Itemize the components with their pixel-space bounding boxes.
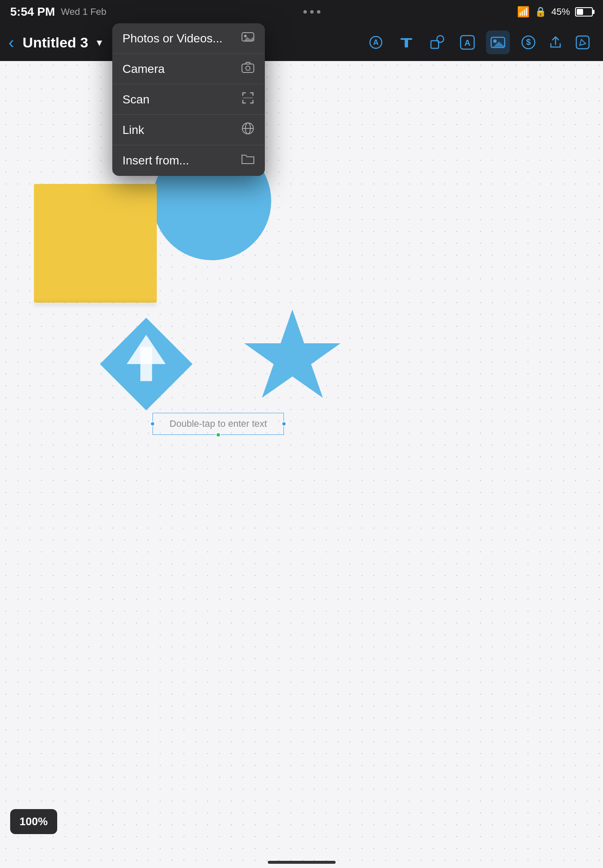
svg-marker-20 — [244, 37, 254, 41]
text-box-handle-left — [150, 421, 155, 426]
svg-text:A: A — [373, 38, 379, 47]
edit-icon — [575, 35, 590, 50]
scan-icon — [241, 91, 255, 108]
link-label: Link — [122, 123, 144, 137]
svg-point-19 — [244, 35, 247, 37]
toolbar-right-group: $ — [517, 31, 595, 54]
svg-rect-3 — [405, 39, 408, 47]
text-icon — [399, 35, 414, 50]
dot1 — [303, 10, 307, 14]
menu-item-photos[interactable]: Photos or Videos... — [112, 23, 265, 54]
text-box[interactable]: Double-tap to enter text — [153, 413, 284, 435]
battery-fill — [577, 9, 583, 15]
dollar-icon: $ — [521, 35, 536, 50]
status-date: Wed 1 Feb — [61, 6, 106, 17]
text-format-icon: A — [460, 35, 475, 50]
svg-text:A: A — [464, 38, 470, 47]
svg-marker-17 — [244, 309, 340, 398]
edit-button[interactable] — [571, 31, 595, 54]
photos-icon — [241, 30, 255, 47]
photos-label: Photos or Videos... — [122, 32, 222, 45]
scan-label: Scan — [122, 93, 150, 106]
svg-point-5 — [437, 36, 444, 42]
wifi-icon: 📶 — [517, 6, 530, 18]
battery-bar — [575, 7, 593, 17]
text-tool-button[interactable] — [395, 31, 418, 54]
zoom-badge[interactable]: 100% — [10, 809, 57, 834]
svg-rect-4 — [431, 41, 439, 48]
status-time: 5:54 PM — [10, 5, 55, 19]
insert-dropdown-menu: Photos or Videos... Camera Scan — [112, 23, 265, 176]
menu-item-camera[interactable]: Camera — [112, 54, 265, 84]
camera-icon — [241, 61, 255, 77]
dot2 — [310, 10, 314, 14]
insert-media-button[interactable] — [486, 31, 510, 54]
lock-icon: 🔒 — [535, 6, 546, 17]
svg-rect-21 — [242, 64, 254, 72]
text-format-button[interactable]: A — [456, 31, 479, 54]
square-shape[interactable] — [34, 184, 157, 303]
shapes-icon — [429, 35, 445, 50]
svg-rect-13 — [576, 36, 589, 49]
home-indicator — [268, 861, 336, 864]
svg-text:$: $ — [526, 37, 531, 47]
pen-icon: A — [368, 35, 383, 50]
folder-icon — [241, 153, 255, 169]
text-box-handle-right — [281, 421, 286, 426]
svg-point-22 — [246, 66, 250, 70]
status-dots — [303, 10, 320, 14]
status-right: 📶 🔒 45% — [517, 6, 593, 18]
status-bar: 5:54 PM Wed 1 Feb 📶 🔒 45% — [0, 0, 603, 24]
diamond-arrow-shape[interactable] — [97, 315, 195, 413]
toolbar: ‹ Untitled 3 ▾ A A — [0, 24, 603, 61]
menu-item-scan[interactable]: Scan — [112, 84, 265, 115]
title-chevron-icon[interactable]: ▾ — [97, 36, 102, 49]
text-box-handle-bottom — [216, 432, 221, 437]
menu-item-insert[interactable]: Insert from... — [112, 145, 265, 176]
menu-item-link[interactable]: Link — [112, 115, 265, 145]
back-button[interactable]: ‹ — [8, 33, 14, 52]
insert-label: Insert from... — [122, 154, 189, 167]
shapes-tool-button[interactable] — [425, 31, 449, 54]
dollar-button[interactable]: $ — [517, 31, 540, 54]
link-icon — [241, 122, 255, 138]
battery-percent: 45% — [551, 6, 570, 17]
document-title: Untitled 3 — [22, 34, 88, 51]
text-box-placeholder: Double-tap to enter text — [170, 418, 267, 429]
dot3 — [317, 10, 320, 14]
svg-point-9 — [493, 39, 497, 43]
star-shape[interactable] — [237, 307, 347, 409]
annotation-tool-button[interactable]: A — [364, 31, 388, 54]
share-button[interactable] — [544, 31, 567, 54]
canvas-area[interactable]: Double-tap to enter text — [0, 61, 603, 868]
media-icon — [490, 35, 506, 50]
share-icon — [548, 35, 563, 50]
camera-label: Camera — [122, 62, 165, 76]
